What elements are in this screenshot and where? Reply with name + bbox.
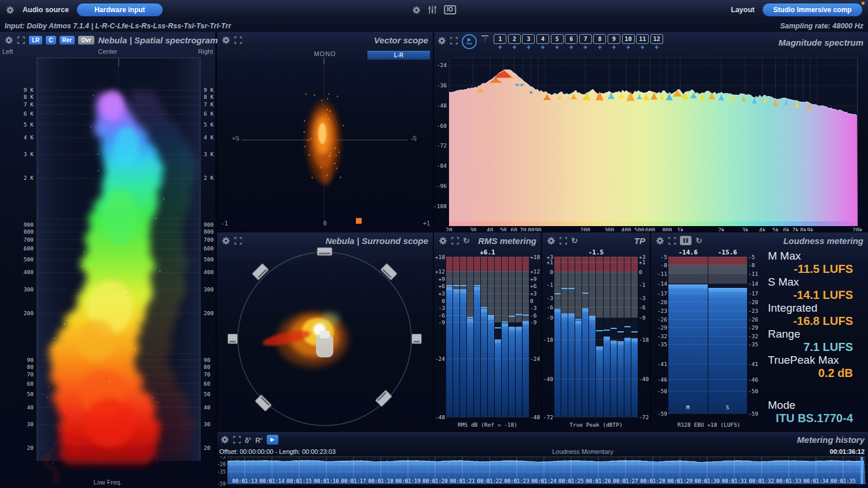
svg-text:00:01:35: 00:01:35 (830, 478, 855, 484)
spectrogram-channel-button-lr[interactable]: LR (29, 36, 42, 45)
rms-header: ↻ RMS metering (434, 232, 541, 249)
channel-button-5[interactable]: 5 (551, 34, 564, 44)
channel-add-icon[interactable]: + (641, 45, 645, 50)
svg-text:00:01:13: 00:01:13 (232, 478, 257, 484)
expand-icon[interactable] (234, 36, 242, 44)
gear-icon[interactable] (437, 36, 446, 45)
channel-add-icon[interactable]: + (512, 45, 516, 50)
svg-text:90: 90 (535, 227, 542, 231)
io-icon[interactable]: IO (444, 5, 456, 14)
pause-icon[interactable] (680, 236, 692, 245)
channel-button-1[interactable]: 1 (494, 34, 506, 44)
gear-icon[interactable] (412, 6, 421, 14)
peak-hold-cap (708, 288, 748, 289)
layout-preset-button[interactable]: Studio Immersive comp (763, 3, 862, 16)
gear-icon[interactable] (5, 36, 13, 45)
meter-bar-fill (460, 289, 466, 417)
channel-add-icon[interactable]: + (626, 45, 630, 50)
channel-button-11[interactable]: 11 (636, 34, 649, 44)
gear-icon[interactable] (222, 36, 230, 45)
loudness-readout: TruePeak Max0.2 dB (768, 354, 865, 379)
scale-tick: -9 (639, 315, 645, 321)
svg-text:9 K: 9 K (204, 87, 214, 93)
scale-tick: +6 (530, 283, 536, 289)
svg-text:00:01:23: 00:01:23 (504, 478, 529, 484)
expand-icon[interactable] (560, 237, 567, 245)
channel-add-icon[interactable]: + (598, 45, 602, 50)
channel-add-icon[interactable]: + (555, 45, 559, 50)
play-icon[interactable]: ▶ (267, 435, 278, 445)
scale-tick: -59 (748, 411, 758, 417)
input-format-text: Input: Dolby Atmos 7.1.4 | L-R-C-Lfe-Ls-… (5, 22, 231, 30)
reset-icon[interactable]: ↻ (571, 236, 578, 245)
arrow-top-icon[interactable]: ↑ (481, 35, 489, 43)
channel-button-7[interactable]: 7 (579, 34, 592, 44)
notification-dot (862, 2, 865, 5)
channel-button-8[interactable]: 8 (593, 34, 606, 44)
channel-add-icon[interactable]: + (654, 45, 659, 50)
svg-text:-60: -60 (437, 123, 447, 129)
svg-text:30: 30 (27, 421, 34, 427)
channel-add-icon[interactable]: + (583, 45, 587, 50)
scale-tick: -6 (439, 312, 445, 318)
expand-icon[interactable] (233, 436, 241, 443)
channel-add-icon[interactable]: + (541, 45, 545, 50)
svg-text:5 K: 5 K (204, 121, 214, 128)
gear-icon[interactable] (439, 236, 447, 245)
svg-text:50: 50 (500, 227, 507, 231)
sliders-icon[interactable] (428, 5, 437, 14)
spectrogram-channel-button-c[interactable]: C (46, 36, 56, 45)
gear-icon[interactable] (220, 435, 229, 444)
panel-title: TP (634, 236, 645, 246)
scale-tick: -48 (530, 414, 540, 420)
peak-hold-cap (610, 328, 617, 329)
range-reset-icon[interactable]: Rc (255, 435, 263, 444)
channel-add-icon[interactable]: + (569, 45, 573, 50)
gear-icon[interactable] (6, 6, 14, 14)
channel-button-6[interactable]: 6 (565, 34, 578, 44)
history-graph[interactable]: 00:01:1300:01:1400:01:1500:01:1600:01:17… (217, 456, 868, 488)
lr-mode-button[interactable]: L-R (367, 51, 430, 60)
live-play-icon[interactable]: ▶ live (462, 34, 477, 49)
channel-add-icon[interactable]: + (498, 45, 502, 50)
svg-text:-72: -72 (437, 142, 447, 149)
hardware-input-button[interactable]: Hardware input (77, 3, 163, 16)
meter-bar-fill (568, 313, 575, 417)
svg-text:00:01:25: 00:01:25 (558, 478, 583, 484)
svg-text:90: 90 (27, 357, 34, 363)
balance-marker[interactable] (356, 218, 362, 224)
channel-button-3[interactable]: 3 (522, 34, 535, 44)
loudness-readout: Integrated-16.8 LUFS (768, 302, 865, 327)
svg-text:-48: -48 (437, 102, 447, 109)
channel-button-12[interactable]: 12 (650, 34, 663, 44)
gear-icon[interactable] (656, 236, 664, 245)
reset-icon[interactable]: ↻ (696, 236, 703, 245)
svg-text:7k: 7k (792, 227, 799, 231)
svg-text:600: 600 (645, 227, 655, 231)
expand-icon[interactable] (668, 237, 676, 245)
gear-icon[interactable] (547, 236, 556, 245)
channel-button-4[interactable]: 4 (536, 34, 549, 44)
channel-button-2[interactable]: 2 (508, 34, 521, 44)
tp-header: ↻ TP (542, 232, 650, 249)
expand-icon[interactable] (451, 237, 459, 245)
scale-tick: -46 (748, 376, 758, 383)
channel-add-icon[interactable]: + (612, 45, 616, 50)
channel-add-icon[interactable]: + (527, 45, 531, 50)
reset-icon[interactable]: ↻ (463, 236, 470, 245)
momentary-reset-icon[interactable]: δc (245, 435, 251, 444)
scale-tick: -18 (543, 337, 553, 343)
meter-bar (467, 257, 473, 417)
expand-icon[interactable] (450, 37, 458, 45)
expand-icon[interactable] (234, 237, 242, 245)
spectrogram-channel-button-rer[interactable]: Rer (60, 36, 75, 45)
gear-icon[interactable] (222, 236, 230, 245)
peak-hold-cap (460, 285, 466, 286)
channel-button-9[interactable]: 9 (608, 34, 620, 44)
rms-scale-right: +18+12+9+6+30-3-6-9-24-48 (529, 257, 540, 417)
expand-icon[interactable] (17, 36, 25, 44)
svg-text:200: 200 (24, 310, 34, 316)
channel-button-10[interactable]: 10 (622, 34, 635, 44)
spectrogram-channel-button-ovr[interactable]: Ovr (78, 36, 94, 45)
svg-text:-96: -96 (437, 183, 447, 189)
